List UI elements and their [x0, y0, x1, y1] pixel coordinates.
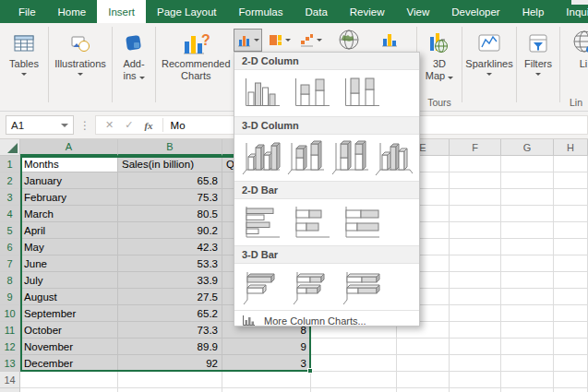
cell[interactable]: 80.5 — [118, 206, 222, 222]
cell[interactable] — [501, 255, 554, 272]
tab-developer[interactable]: Developer — [440, 0, 510, 23]
cell[interactable] — [554, 272, 588, 289]
100-percent-stacked-bar-item[interactable] — [340, 203, 382, 242]
cell[interactable]: September — [20, 305, 118, 322]
row-header[interactable]: 2 — [0, 172, 20, 189]
filters-button[interactable]: Filters — [521, 27, 556, 77]
row-header[interactable]: 3 — [0, 189, 20, 206]
cell[interactable]: 73.3 — [118, 322, 222, 339]
cell[interactable] — [20, 388, 118, 392]
tab-data[interactable]: Data — [294, 0, 339, 23]
cell[interactable] — [450, 388, 501, 392]
cell[interactable] — [501, 372, 554, 388]
cell[interactable] — [450, 156, 501, 172]
row-header[interactable]: 1 — [0, 156, 20, 172]
cell[interactable]: July — [20, 272, 118, 289]
tab-formulas[interactable]: Formulas — [228, 0, 294, 23]
tab-home[interactable]: Home — [47, 0, 98, 23]
cell[interactable] — [311, 339, 397, 355]
cell[interactable]: March — [20, 206, 118, 222]
cell[interactable] — [311, 388, 397, 392]
cell[interactable]: October — [20, 322, 118, 339]
cell[interactable]: 3 — [222, 355, 311, 372]
pivotchart-button[interactable] — [377, 27, 402, 53]
cell[interactable]: February — [20, 189, 118, 206]
sparklines-button[interactable]: Sparklines — [462, 27, 516, 77]
cell[interactable]: 53.3 — [118, 255, 222, 272]
cell[interactable] — [397, 388, 450, 392]
column-header-h[interactable]: H — [554, 139, 588, 156]
cell[interactable]: 75.3 — [118, 189, 222, 206]
cell[interactable]: 65.8 — [118, 172, 222, 189]
cell[interactable] — [554, 388, 588, 392]
cell[interactable] — [450, 322, 501, 339]
cell[interactable]: 33.9 — [118, 272, 222, 289]
column-header-a[interactable]: A — [20, 139, 118, 156]
column-header-g[interactable]: G — [501, 139, 554, 156]
column-header-f[interactable]: F — [450, 139, 501, 156]
cell[interactable] — [501, 305, 554, 322]
cell[interactable] — [554, 239, 588, 255]
insert-column-chart-button[interactable] — [234, 29, 262, 52]
3d-map-button[interactable]: 3D Map — [422, 27, 457, 83]
addins-button[interactable]: Add- ins — [118, 27, 150, 83]
cell[interactable] — [501, 156, 554, 172]
3d-100-percent-stacked-bar-item[interactable] — [340, 267, 382, 306]
3d-column-item[interactable] — [373, 138, 415, 177]
row-header[interactable]: 7 — [0, 255, 20, 272]
cell[interactable] — [501, 355, 554, 372]
cell[interactable] — [501, 289, 554, 305]
cell[interactable] — [311, 355, 397, 372]
cell[interactable] — [450, 239, 501, 255]
cell[interactable] — [450, 172, 501, 189]
cell[interactable]: January — [20, 172, 118, 189]
3d-stacked-column-item[interactable] — [284, 138, 327, 177]
cell[interactable] — [501, 339, 554, 355]
cell[interactable] — [501, 388, 554, 392]
3d-stacked-bar-item[interactable] — [290, 267, 332, 306]
column-header-b[interactable]: B — [118, 139, 222, 156]
cell[interactable] — [554, 355, 588, 372]
tab-view[interactable]: View — [396, 0, 441, 23]
cell[interactable]: November — [20, 339, 118, 355]
stacked-bar-item[interactable] — [290, 203, 332, 242]
tab-review[interactable]: Review — [339, 0, 396, 23]
row-header[interactable]: 11 — [0, 322, 20, 339]
row-header[interactable]: 13 — [0, 355, 20, 372]
cancel-icon[interactable]: ✕ — [105, 119, 114, 131]
row-header[interactable]: 9 — [0, 289, 20, 305]
100-percent-stacked-column-item[interactable] — [340, 74, 382, 113]
cell[interactable] — [501, 272, 554, 289]
select-all-corner[interactable] — [0, 139, 20, 156]
cell[interactable] — [554, 289, 588, 305]
cell[interactable] — [118, 388, 222, 392]
cell[interactable]: 92 — [118, 355, 222, 372]
cell[interactable] — [450, 189, 501, 206]
cell[interactable] — [554, 156, 588, 172]
cell[interactable] — [501, 322, 554, 339]
3d-clustered-column-item[interactable] — [240, 138, 282, 177]
stacked-column-item[interactable] — [290, 74, 332, 113]
clustered-column-item[interactable] — [240, 74, 282, 113]
tab-page-layout[interactable]: Page Layout — [146, 0, 228, 23]
cell[interactable] — [501, 189, 554, 206]
tab-file[interactable]: File — [7, 0, 47, 23]
cell[interactable] — [450, 289, 501, 305]
tables-button[interactable]: Tables — [6, 27, 42, 77]
3d-clustered-bar-item[interactable] — [240, 267, 282, 306]
cell[interactable] — [501, 239, 554, 255]
cell[interactable] — [554, 189, 588, 206]
cell[interactable] — [450, 372, 501, 388]
row-header[interactable]: 4 — [0, 206, 20, 222]
cell[interactable] — [501, 206, 554, 222]
cell[interactable] — [450, 222, 501, 239]
row-header[interactable]: 10 — [0, 305, 20, 322]
cell[interactable] — [397, 372, 450, 388]
cell[interactable] — [554, 305, 588, 322]
row-header[interactable]: 15 — [0, 388, 20, 392]
cell[interactable]: 42.3 — [118, 239, 222, 255]
cell[interactable]: 9 — [222, 339, 311, 355]
cell[interactable] — [222, 372, 311, 388]
cell[interactable] — [450, 355, 501, 372]
cell[interactable] — [450, 339, 501, 355]
